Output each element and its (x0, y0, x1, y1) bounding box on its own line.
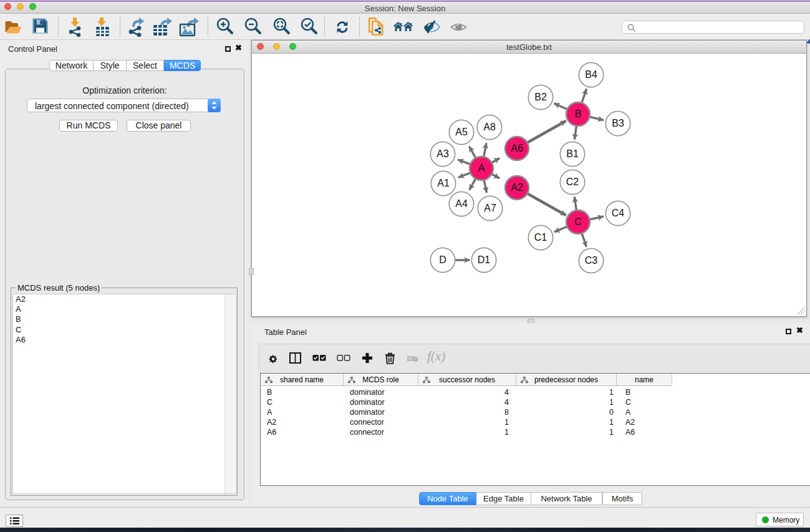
svg-text:C: C (574, 216, 582, 227)
svg-text:A8: A8 (483, 122, 496, 132)
svg-text:D1: D1 (478, 254, 491, 265)
svg-text:A3: A3 (436, 148, 449, 159)
svg-text:B4: B4 (585, 69, 597, 80)
svg-text:A5: A5 (455, 127, 468, 137)
svg-text:B: B (575, 109, 582, 119)
svg-text:C4: C4 (612, 208, 625, 218)
svg-text:B1: B1 (566, 148, 579, 159)
svg-text:A6: A6 (511, 143, 523, 153)
svg-text:A2: A2 (511, 182, 523, 193)
svg-text:C2: C2 (566, 177, 579, 187)
svg-text:A: A (478, 163, 485, 173)
svg-text:B2: B2 (534, 92, 547, 102)
svg-text:C1: C1 (534, 232, 547, 243)
svg-text:C3: C3 (585, 255, 598, 266)
svg-text:A7: A7 (484, 203, 496, 213)
svg-text:A1: A1 (437, 178, 450, 188)
svg-text:A4: A4 (455, 198, 468, 209)
svg-text:B3: B3 (612, 118, 624, 128)
svg-text:D: D (439, 254, 446, 265)
